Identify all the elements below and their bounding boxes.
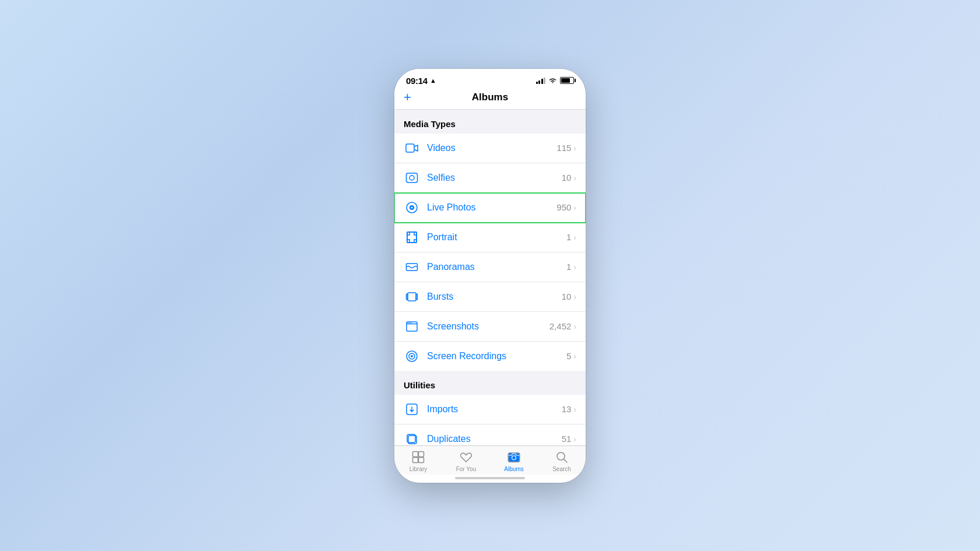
chevron-icon: › [573,233,576,242]
svg-line-31 [564,459,568,462]
for-you-tab-icon [459,450,474,465]
svg-rect-9 [407,294,408,300]
svg-point-17 [411,355,413,357]
portrait-count: 1 [566,232,571,242]
tab-bar: Library For You Albums [394,445,586,475]
svg-point-12 [408,322,409,323]
live-photos-list-item[interactable]: Live Photos 950 › [394,193,586,223]
list-item[interactable]: Screen Recordings 5 › [394,342,586,371]
status-icons [536,77,575,84]
live-photos-count: 950 [556,202,571,212]
location-arrow-icon: ▲ [430,77,436,84]
chevron-icon: › [573,434,576,444]
library-tab-icon [411,450,426,465]
list-item[interactable]: Screenshots 2,452 › [394,312,586,342]
screenshots-label: Screenshots [427,321,550,332]
chevron-icon: › [573,405,576,414]
panoramas-icon [404,259,420,275]
chevron-icon: › [573,143,576,153]
screen-recordings-count: 5 [566,351,571,361]
for-you-tab-label: For You [456,466,476,472]
panoramas-count: 1 [566,262,571,272]
svg-point-13 [409,322,410,323]
svg-rect-7 [407,264,418,271]
list-item[interactable]: Selfies 10 › [394,163,586,193]
selfies-icon [404,170,420,186]
add-album-button[interactable]: + [404,90,411,105]
svg-point-5 [411,206,413,208]
selfies-label: Selfies [427,173,562,183]
videos-icon [404,140,420,156]
screenshots-count: 2,452 [550,321,572,331]
list-item[interactable]: Portrait 1 › [394,223,586,252]
utilities-list: Imports 13 › Duplicates 51 › [394,395,586,445]
portrait-icon [404,229,420,245]
imports-count: 13 [562,404,572,414]
portrait-label: Portrait [427,232,566,243]
tab-library[interactable]: Library [394,450,442,472]
imports-icon [404,401,420,417]
selfies-count: 10 [562,173,572,183]
media-types-header: Media Types [394,119,586,134]
svg-rect-24 [419,451,424,457]
tab-for-you[interactable]: For You [442,450,490,472]
status-time: 09:14 [406,76,428,86]
phone-frame: 09:14 ▲ + Albums Med [394,69,586,483]
svg-point-14 [411,322,412,323]
list-item[interactable]: Imports 13 › [394,395,586,424]
list-item[interactable]: Duplicates 51 › [394,424,586,445]
svg-rect-6 [407,232,416,243]
status-bar: 09:14 ▲ [394,69,586,89]
svg-rect-26 [419,457,424,462]
svg-rect-10 [416,294,418,300]
chevron-icon: › [573,322,576,331]
videos-label: Videos [427,143,556,153]
screenshots-icon [404,318,420,335]
home-bar [455,477,525,479]
chevron-icon: › [573,352,576,361]
tab-search[interactable]: Search [538,450,586,472]
duplicates-count: 51 [562,434,572,444]
svg-rect-23 [413,451,418,457]
svg-point-2 [410,176,414,180]
chevron-icon: › [573,173,576,183]
page-title: Albums [472,92,508,103]
svg-rect-25 [413,457,418,462]
home-indicator [394,475,586,483]
svg-rect-1 [407,173,418,183]
signal-bars-icon [536,78,546,84]
bursts-label: Bursts [427,292,562,302]
svg-rect-28 [509,453,520,462]
videos-count: 115 [556,143,571,153]
battery-icon [560,77,574,84]
content-area: Media Types Videos 115 › [394,110,586,445]
list-item[interactable]: Videos 115 › [394,134,586,163]
chevron-icon: › [573,292,576,301]
bursts-icon [404,289,420,305]
albums-tab-label: Albums [504,466,523,472]
screen-recordings-label: Screen Recordings [427,351,566,362]
bursts-count: 10 [562,292,572,301]
chevron-icon: › [573,203,576,212]
panoramas-label: Panoramas [427,262,566,272]
media-types-list: Videos 115 › Selfies 10 › [394,134,586,371]
list-item[interactable]: Bursts 10 › [394,282,586,312]
imports-label: Imports [427,404,562,415]
chevron-icon: › [573,262,576,272]
albums-tab-icon [506,450,522,465]
tab-albums[interactable]: Albums [490,450,538,472]
screen-recordings-icon [404,348,420,364]
media-types-section: Media Types Videos 115 › [394,119,586,371]
list-item[interactable]: Panoramas 1 › [394,252,586,282]
svg-rect-0 [406,144,414,152]
utilities-header: Utilities [394,380,586,395]
library-tab-label: Library [410,466,428,472]
live-photos-label: Live Photos [427,202,556,213]
wifi-icon [548,78,557,84]
utilities-section: Utilities Imports 13 › [394,380,586,445]
nav-header: + Albums [394,89,586,110]
search-tab-label: Search [552,466,571,472]
search-tab-icon [554,450,569,465]
duplicates-label: Duplicates [427,434,562,444]
svg-rect-8 [408,293,416,301]
